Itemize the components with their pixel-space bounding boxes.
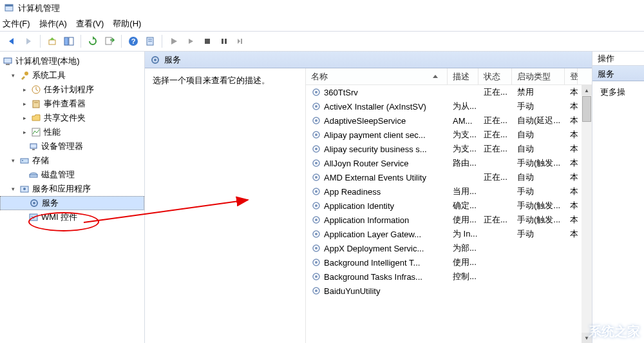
menu-help[interactable]: 帮助(H) [113,18,141,30]
start-service-small-button[interactable] [183,34,198,49]
service-row[interactable]: AppX Deployment Servic...为部... [306,241,592,255]
svg-rect-13 [225,39,227,44]
gear-icon [311,215,321,225]
tree-performance[interactable]: ▸ 性能 [0,125,144,139]
svg-point-34 [154,59,156,61]
tree-services-apps[interactable]: ▾ 服务和应用程序 [0,182,144,196]
gear-icon [311,158,321,168]
stop-service-button[interactable] [200,34,215,49]
service-logon: 本 [565,86,578,98]
service-desc: 路由... [448,157,478,169]
forward-button[interactable] [21,34,36,49]
tree-storage[interactable]: ▾ 存储 [0,153,144,168]
service-desc: 为支... [448,129,478,141]
refresh-button[interactable] [85,34,100,49]
col-logon[interactable]: 登 [565,68,578,84]
service-row[interactable]: BaiduYunUtility [306,284,592,298]
svg-point-25 [22,160,23,161]
start-service-button[interactable] [166,34,182,49]
service-name: ActiveX Installer (AxInstSV) [306,101,448,112]
service-row[interactable]: 360TtSrv正在...禁用本 [306,85,592,99]
svg-point-56 [315,233,317,235]
vertical-scrollbar[interactable]: ▲ ▼ [582,85,592,343]
service-row[interactable]: AllJoyn Router Service路由...手动(触发...本 [306,156,592,170]
caret-down-icon[interactable]: ▾ [9,157,17,164]
services-list[interactable]: 名称 描述 状态 启动类型 登 360TtSrv正在...禁用本ActiveX … [306,68,592,343]
tree-label: 服务 [42,197,59,209]
tree-label: 系统工具 [32,70,66,81]
export-button[interactable] [102,34,117,49]
service-logon: 本 [565,214,578,226]
col-status[interactable]: 状态 [478,68,512,84]
storage-icon [19,155,30,166]
tree-device-manager[interactable]: 设备管理器 [0,139,144,153]
tree-root[interactable]: 计算机管理(本地) [0,54,144,68]
menu-action[interactable]: 操作(A) [39,18,67,30]
svg-point-40 [315,119,317,122]
col-start[interactable]: 启动类型 [512,68,565,84]
performance-icon [31,127,41,137]
pause-service-button[interactable] [216,34,232,49]
caret-down-icon[interactable]: ▾ [9,186,17,192]
service-desc: 为 In... [448,228,478,240]
wmi-icon [28,212,39,222]
restart-service-button[interactable] [233,34,249,49]
show-hide-tree-button[interactable] [61,34,77,49]
tree-pane[interactable]: 计算机管理(本地) ▾ 系统工具 ▸ 任务计划程序 ▸ 事件查看器 ▸ 共享文件… [0,52,145,343]
menu-view[interactable]: 查看(V) [76,18,104,30]
service-row[interactable]: Alipay payment client sec...为支...正在...自动… [306,128,592,142]
service-logon: 本 [565,143,578,155]
svg-point-60 [315,261,317,264]
service-row[interactable]: App Readiness当用...手动本 [306,184,592,199]
caret-right-icon[interactable]: ▸ [21,101,28,107]
service-row[interactable]: AMD External Events Utility正在...自动本 [306,170,592,184]
up-button[interactable] [44,34,60,49]
main-area: 计算机管理(本地) ▾ 系统工具 ▸ 任务计划程序 ▸ 事件查看器 ▸ 共享文件… [0,52,644,343]
service-row[interactable]: Application Information使用...正在...手动(触发..… [306,213,592,227]
gear-icon [311,286,321,296]
service-name: Application Information [306,215,448,225]
svg-point-38 [315,105,317,108]
help-button[interactable]: ? [126,34,141,49]
tree-disk-management[interactable]: 磁盘管理 [0,168,144,182]
service-name: Application Identity [306,201,448,211]
scroll-thumb[interactable] [582,96,591,122]
gear-icon [29,198,39,208]
caret-right-icon[interactable]: ▸ [21,86,28,93]
actions-more[interactable]: 更多操 [592,81,644,103]
tree-label: 磁盘管理 [41,169,75,181]
service-start: 自动 [512,172,565,183]
service-row[interactable]: Application Layer Gatew...为 In...手动本 [306,227,592,241]
tree-label: 设备管理器 [41,141,83,152]
menu-file[interactable]: 文件(F) [3,18,30,30]
tree-shared-folders[interactable]: ▸ 共享文件夹 [0,111,144,125]
service-row[interactable]: Application Identity确定...手动(触发...本 [306,199,592,213]
scroll-up-button[interactable]: ▲ [582,85,592,95]
service-name: AMD External Events Utility [306,172,448,182]
back-button[interactable] [4,34,19,49]
service-row[interactable]: Background Intelligent T...使用... [306,255,592,270]
properties-button[interactable] [142,34,158,49]
actions-pane: 操作 服务 更多操 [592,52,644,343]
svg-rect-2 [49,40,55,44]
service-row[interactable]: Alipay security business s...为支...正在...自… [306,142,592,156]
tree-services[interactable]: 服务 [0,196,144,210]
caret-right-icon[interactable]: ▸ [21,129,28,135]
svg-rect-14 [241,39,242,44]
tree-event-viewer[interactable]: ▸ 事件查看器 [0,97,144,111]
col-desc[interactable]: 描述 [448,68,478,84]
service-row[interactable]: ActiveX Installer (AxInstSV)为从...手动本 [306,99,592,113]
toolbar-separator [40,35,41,48]
service-row[interactable]: AdaptiveSleepServiceAM...正在...自动(延迟...本 [306,113,592,128]
service-rows[interactable]: 360TtSrv正在...禁用本ActiveX Installer (AxIns… [306,85,592,343]
service-start: 禁用 [512,86,565,98]
service-row[interactable]: Background Tasks Infras...控制... [306,270,592,284]
col-name[interactable]: 名称 [306,68,448,84]
caret-right-icon[interactable]: ▸ [21,115,28,121]
tree-system-tools[interactable]: ▾ 系统工具 [0,68,144,83]
gear-icon [311,257,321,268]
caret-down-icon[interactable]: ▾ [9,72,17,79]
toolbar-separator [80,35,81,48]
tree-wmi[interactable]: WMI 控件 [0,210,144,224]
tree-task-scheduler[interactable]: ▸ 任务计划程序 [0,83,144,97]
